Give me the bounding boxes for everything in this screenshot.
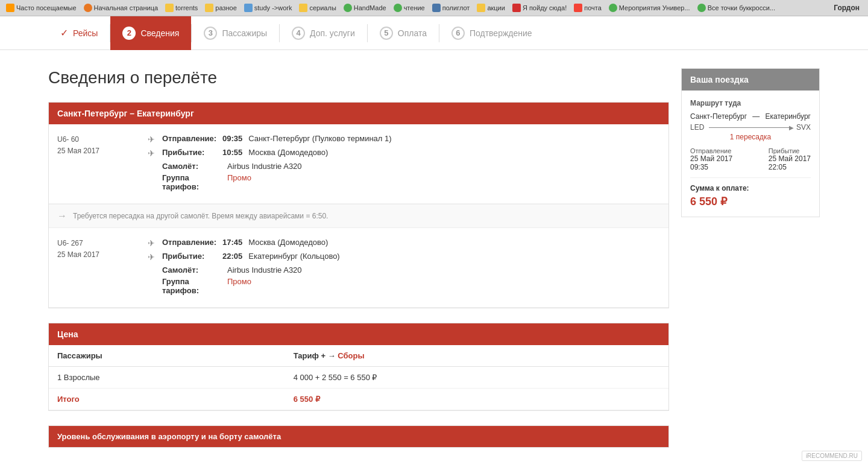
- flight-segment-2: U6- 267 25 Мая 2017 ✈ Отправление: 17:45…: [49, 228, 668, 308]
- bookmark-handmade[interactable]: HandMade: [341, 2, 389, 13]
- plane-arrival-icon: ✈: [145, 148, 157, 158]
- arrival-time-2: 22:05: [222, 252, 242, 261]
- sidebar-body: Маршрут туда Санкт-Петербург — Екатеринб…: [682, 91, 819, 217]
- arrival-place-2: Екатеринбург (Кольцово): [248, 252, 339, 261]
- fees-link[interactable]: Сборы: [338, 351, 364, 360]
- sidebar-from-code: LED: [690, 123, 704, 132]
- step-1-label: Рейсы: [73, 28, 98, 38]
- departure-row-2: ✈ Отправление: 17:45 Москва (Домодедово): [145, 238, 660, 248]
- tariff-link-1[interactable]: Промо: [227, 173, 251, 182]
- sidebar-divider: [690, 177, 811, 178]
- flight-1-number: U6- 60: [57, 134, 136, 145]
- sidebar-total-label: Сумма к оплате:: [690, 184, 811, 192]
- plane-label-2: Самолёт:: [162, 265, 222, 275]
- watermark: iRECOMMEND.RU: [802, 451, 862, 461]
- step-2-details[interactable]: 2 Сведения: [110, 16, 191, 50]
- globe-icon: [394, 4, 402, 12]
- step-5-label: Оплата: [398, 28, 427, 38]
- price-table: Пассажиры Тариф + → Сборы 1 Взрослые: [49, 345, 668, 410]
- plane-row-2: Самолёт: Airbus Industrie A320: [145, 265, 660, 275]
- bookmark-misc[interactable]: разное: [203, 2, 239, 13]
- firefox-icon: [84, 4, 92, 12]
- transfer-notice: → Требуется пересадка на другой самолёт.…: [49, 204, 668, 228]
- departure-place-2: Москва (Домодедово): [248, 238, 328, 247]
- step-3-passengers[interactable]: 3 Пассажиры: [192, 16, 279, 50]
- folder-icon: [165, 4, 174, 12]
- flight-segment-1: U6- 60 25 Мая 2017 ✈ Отправление: 09:35 …: [49, 124, 668, 204]
- tariff-link-2[interactable]: Промо: [227, 277, 251, 286]
- step-navigation: ✓ Рейсы 2 Сведения 3 Пассажиры 4 Доп. ус…: [0, 16, 868, 50]
- flight-2-details: ✈ Отправление: 17:45 Москва (Домодедово)…: [145, 238, 660, 297]
- plane-row-1: Самолёт: Airbus Industrie A320: [145, 162, 660, 171]
- departure-details-2: Отправление: 17:45 Москва (Домодедово): [162, 238, 660, 247]
- folder-icon: [205, 4, 213, 12]
- departure-row-1: ✈ Отправление: 09:35 Санкт-Петербург (Пу…: [145, 134, 660, 144]
- step-1-flights[interactable]: ✓ Рейсы: [48, 16, 110, 50]
- globe-icon: [344, 4, 352, 12]
- transfer-arrow-icon: →: [57, 211, 67, 221]
- service-header: Уровень обслуживания в аэропорту и на бо…: [49, 426, 668, 447]
- red-icon: [512, 4, 521, 12]
- flight-2-date: 25 Мая 2017: [57, 249, 136, 261]
- sidebar-title: Ваша поездка: [682, 69, 819, 91]
- plane-departure-icon: ✈: [145, 135, 157, 144]
- arrival-time-1: 10:55: [222, 148, 242, 157]
- sidebar-arrival-label: Прибытие: [769, 147, 811, 154]
- outbound-header: Санкт-Петербург – Екатеринбург: [49, 103, 668, 124]
- departure-time-2: 17:45: [222, 238, 242, 247]
- departure-place-1: Санкт-Петербург (Пулково терминал 1): [248, 134, 391, 143]
- arrival-row-2: ✈ Прибытие: 22:05 Екатеринбург (Кольцово…: [145, 252, 660, 262]
- tariff-row-2: Группа тарифов: Промо: [145, 277, 660, 295]
- arrival-label-2: Прибытие:: [162, 252, 222, 261]
- flight-1-details: ✈ Отправление: 09:35 Санкт-Петербург (Пу…: [145, 134, 660, 194]
- bookmark-torrents[interactable]: torrents: [163, 2, 200, 13]
- service-section: Уровень обслуживания в аэропорту и на бо…: [48, 425, 669, 448]
- bookmark-frequent[interactable]: Часто посещаемые: [4, 2, 79, 13]
- sidebar-airport-codes: LED ▶ SVX: [690, 123, 811, 132]
- flight-2-number: U6- 267: [57, 238, 136, 249]
- step-3-number: 3: [204, 27, 217, 40]
- main-wrapper: ✓ Рейсы 2 Сведения 3 Пассажиры 4 Доп. ус…: [0, 16, 868, 467]
- adults-value: 4 000 + 2 550 = 6 550 ₽: [285, 367, 668, 389]
- price-row-adults: 1 Взрослые 4 000 + 2 550 = 6 550 ₽: [49, 367, 668, 389]
- step-6-confirm[interactable]: 6 Подтверждение: [439, 16, 544, 50]
- sidebar: Ваша поездка Маршрут туда Санкт-Петербур…: [681, 68, 820, 462]
- bookmark-promo[interactable]: акции: [474, 2, 508, 13]
- departure-details-1: Отправление: 09:35 Санкт-Петербург (Пулк…: [162, 134, 660, 143]
- browser-toolbar: Часто посещаемые Начальная страница torr…: [0, 0, 868, 16]
- bookmark-go[interactable]: Я пойду сюда!: [510, 2, 569, 13]
- step-2-number: 2: [122, 27, 136, 40]
- bookmark-series[interactable]: сериалы: [297, 2, 338, 13]
- bookmark-study[interactable]: study ->work: [242, 2, 295, 13]
- step-5-number: 5: [380, 27, 393, 40]
- step-4-label: Доп. услуги: [310, 28, 355, 38]
- sidebar-arrival-date: 25 Май 2017: [769, 154, 811, 163]
- sidebar-arrival-time: 22:05: [769, 163, 811, 171]
- bookmark-mail[interactable]: почта: [571, 2, 604, 13]
- sidebar-transfer-link[interactable]: 1 пересадка: [690, 133, 811, 141]
- plane-1: Airbus Industrie A320: [227, 162, 302, 171]
- sidebar-arrival-col: Прибытие 25 Май 2017 22:05: [769, 147, 811, 171]
- plane-label-1: Самолёт:: [162, 162, 222, 171]
- page-content: Сведения о перелёте Санкт-Петербург – Ек…: [0, 50, 868, 467]
- sidebar-card: Ваша поездка Маршрут туда Санкт-Петербур…: [681, 68, 820, 217]
- step-6-label: Подтверждение: [470, 28, 532, 38]
- step-5-payment[interactable]: 5 Оплата: [368, 16, 439, 50]
- price-section: Цена Пассажиры Тариф + → Сборы: [48, 323, 669, 411]
- bookmark-events[interactable]: Мероприятия Универ...: [606, 2, 693, 13]
- arrival-details-2: Прибытие: 22:05 Екатеринбург (Кольцово): [162, 252, 660, 261]
- flight-1-info: U6- 60 25 Мая 2017: [57, 134, 136, 194]
- step-3-label: Пассажиры: [222, 28, 267, 38]
- arrival-label-1: Прибытие:: [162, 148, 222, 157]
- star-icon: [6, 4, 14, 12]
- bookmark-home[interactable]: Начальная страница: [81, 2, 160, 13]
- mail-icon: [574, 4, 582, 12]
- sidebar-departure-label: Отправление: [690, 147, 732, 154]
- bookmark-read[interactable]: чтение: [391, 2, 427, 13]
- step-4-extras[interactable]: 4 Доп. услуги: [280, 16, 367, 50]
- bookmark-polyglot[interactable]: полиглот: [430, 2, 473, 13]
- step-4-number: 4: [292, 27, 305, 40]
- bookmark-bookcross[interactable]: Все точки буккросси...: [695, 2, 778, 13]
- sidebar-departure-col: Отправление 25 Май 2017 09:35: [690, 147, 732, 171]
- sidebar-total-value: 6 550 ₽: [690, 195, 811, 208]
